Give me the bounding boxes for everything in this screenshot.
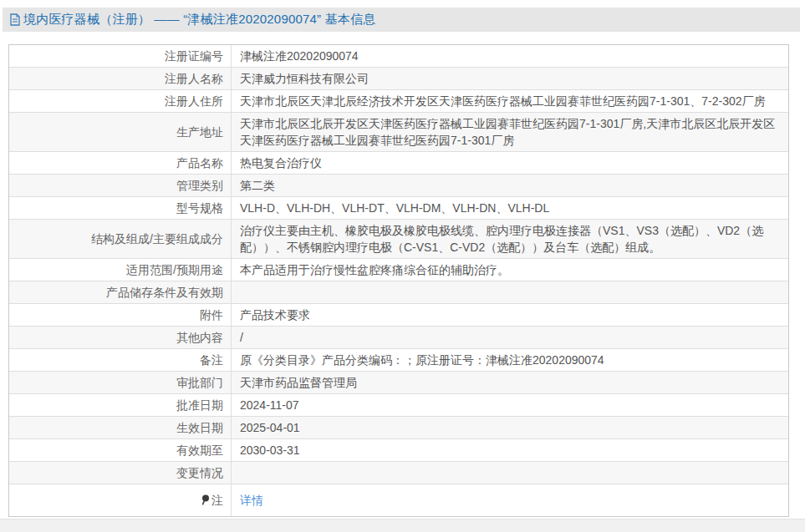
table-row-registrant-name: 注册人名称 天津威力恒科技有限公司 xyxy=(9,68,788,90)
row-label: 注册人住所 xyxy=(9,90,232,112)
table-row-model-spec: 型号规格 VLH-D、VLH-DH、VLH-DT、VLH-DM、VLH-DN、V… xyxy=(9,197,788,220)
row-value xyxy=(232,462,788,484)
table-row-management-class: 管理类别 第二类 xyxy=(9,175,788,197)
row-value: 天津威力恒科技有限公司 xyxy=(232,68,788,89)
table-row-remarks: 备注 原《分类目录》产品分类编码：；原注册证号：津械注准20202090074 xyxy=(9,349,788,372)
page-header: 境内医疗器械（注册） —— “津械注准20202090074” 基本信息 xyxy=(3,8,800,32)
row-value: 产品技术要求 xyxy=(232,304,788,326)
document-icon xyxy=(9,13,21,26)
table-row-other-content: 其他内容 / xyxy=(9,327,788,349)
page: 境内医疗器械（注册） —— “津械注准20202090074” 基本信息 注册证… xyxy=(0,0,805,532)
row-value: VLH-D、VLH-DH、VLH-DT、VLH-DM、VLH-DN、VLH-DL xyxy=(232,197,788,219)
footer-strip xyxy=(0,519,805,532)
row-label: 批准日期 xyxy=(9,394,232,416)
note-pin-icon xyxy=(201,494,210,506)
row-label: 其他内容 xyxy=(9,327,232,348)
table-row-registration-number: 注册证编号 津械注准20202090074 xyxy=(9,45,788,68)
row-value: 治疗仪主要由主机、橡胶电极及橡胶电极线缆、腔内理疗电极连接器（VS1、VS3（选… xyxy=(232,220,788,258)
table-row-note: 注 详情 xyxy=(9,484,788,516)
table-row-effective-date: 生效日期 2025-04-01 xyxy=(9,417,788,439)
row-label: 变更情况 xyxy=(9,462,232,484)
row-value: 2030-03-31 xyxy=(232,439,788,461)
row-label: 型号规格 xyxy=(9,197,232,219)
table-row-expiry-date: 有效期至 2030-03-31 xyxy=(9,439,788,462)
registration-info-table: 注册证编号 津械注准20202090074 注册人名称 天津威力恒科技有限公司 … xyxy=(8,44,789,517)
row-label: 生效日期 xyxy=(9,417,232,438)
row-label: 产品名称 xyxy=(9,152,232,174)
row-value: 热电复合治疗仪 xyxy=(232,152,788,174)
row-label: 审批部门 xyxy=(9,372,232,393)
row-value xyxy=(232,281,788,303)
row-label: 适用范围/预期用途 xyxy=(9,259,232,281)
row-label: 注册人名称 xyxy=(9,68,232,89)
table-row-product-name: 产品名称 热电复合治疗仪 xyxy=(9,152,788,175)
row-value: 天津市北辰区北辰开发区天津医药医疗器械工业园赛菲世纪医药园7-1-301厂房,天… xyxy=(232,113,788,151)
row-value: 详情 xyxy=(232,484,788,516)
table-row-storage-conditions: 产品储存条件及有效期 xyxy=(9,281,788,304)
row-value: 2024-11-07 xyxy=(232,394,788,416)
note-label-text: 注 xyxy=(211,492,223,509)
row-label: 产品储存条件及有效期 xyxy=(9,281,232,303)
table-row-attachments: 附件 产品技术要求 xyxy=(9,304,788,327)
row-label: 结构及组成/主要组成成分 xyxy=(9,220,232,258)
detail-link[interactable]: 详情 xyxy=(240,492,263,509)
row-label: 管理类别 xyxy=(9,175,232,196)
row-label: 注册证编号 xyxy=(9,45,232,67)
row-label: 注 xyxy=(9,484,232,516)
table-row-approval-department: 审批部门 天津市药品监督管理局 xyxy=(9,372,788,394)
table-row-structure-composition: 结构及组成/主要组成成分 治疗仪主要由主机、橡胶电极及橡胶电极线缆、腔内理疗电极… xyxy=(9,220,788,259)
row-value: 津械注准20202090074 xyxy=(232,45,788,67)
row-label: 生产地址 xyxy=(9,113,232,151)
row-value: / xyxy=(232,327,788,348)
row-value: 天津市药品监督管理局 xyxy=(232,372,788,393)
row-value: 第二类 xyxy=(232,175,788,196)
row-value: 天津市北辰区天津北辰经济技术开发区天津医药医疗器械工业园赛菲世纪医药园7-1-3… xyxy=(232,90,788,112)
page-title: 境内医疗器械（注册） —— “津械注准20202090074” 基本信息 xyxy=(23,12,375,28)
table-row-registrant-address: 注册人住所 天津市北辰区天津北辰经济技术开发区天津医药医疗器械工业园赛菲世纪医药… xyxy=(9,90,788,113)
row-value: 2025-04-01 xyxy=(232,417,788,438)
table-row-intended-use: 适用范围/预期用途 本产品适用于治疗慢性盆腔疼痛综合征的辅助治疗。 xyxy=(9,259,788,281)
row-value: 本产品适用于治疗慢性盆腔疼痛综合征的辅助治疗。 xyxy=(232,259,788,281)
table-row-production-address: 生产地址 天津市北辰区北辰开发区天津医药医疗器械工业园赛菲世纪医药园7-1-30… xyxy=(9,113,788,152)
row-label: 附件 xyxy=(9,304,232,326)
row-value: 原《分类目录》产品分类编码：；原注册证号：津械注准20202090074 xyxy=(232,349,788,371)
table-row-approval-date: 批准日期 2024-11-07 xyxy=(9,394,788,417)
row-label: 有效期至 xyxy=(9,439,232,461)
table-row-change-status: 变更情况 xyxy=(9,462,788,484)
row-label: 备注 xyxy=(9,349,232,371)
